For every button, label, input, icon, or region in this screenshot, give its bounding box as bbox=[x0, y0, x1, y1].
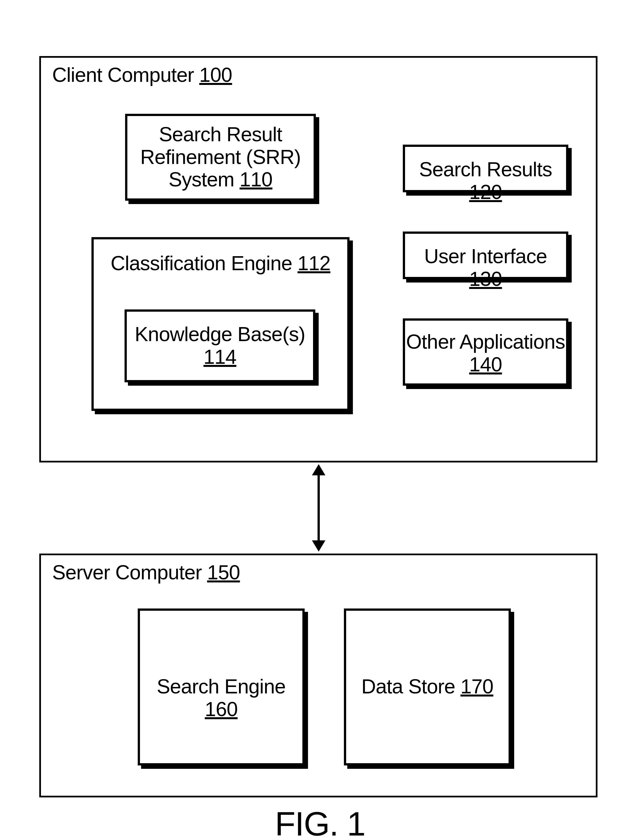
user-interface-label: User Interface 130 bbox=[405, 245, 566, 290]
kb-num: 114 bbox=[203, 346, 236, 368]
kb-line1: Knowledge Base(s) bbox=[135, 323, 305, 345]
search-engine-num: 160 bbox=[205, 698, 238, 720]
srr-label: Search Result Refinement (SRR) System 11… bbox=[127, 123, 314, 191]
server-title-num: 150 bbox=[207, 561, 240, 583]
arrow-head-down-icon bbox=[312, 540, 325, 552]
other-applications-label: Other Applications 140 bbox=[405, 330, 566, 376]
search-results-box: Search Results 120 bbox=[403, 145, 568, 192]
search-engine-box: Search Engine 160 bbox=[138, 609, 305, 766]
srr-line3-text: System bbox=[168, 168, 234, 190]
client-computer-title: Client Computer 100 bbox=[52, 63, 232, 86]
ui-num: 130 bbox=[469, 268, 502, 290]
ui-text: User Interface bbox=[424, 245, 547, 267]
knowledge-base-box: Knowledge Base(s) 114 bbox=[124, 309, 315, 382]
data-store-text: Data Store bbox=[361, 675, 455, 697]
server-computer-container: Server Computer 150 Search Engine 160 Da… bbox=[39, 553, 598, 797]
srr-line3-num: 110 bbox=[240, 168, 272, 190]
data-store-label: Data Store 170 bbox=[346, 675, 509, 698]
server-computer-title: Server Computer 150 bbox=[52, 561, 240, 584]
classification-engine-box: Classification Engine 112 Knowledge Base… bbox=[91, 237, 350, 411]
other-apps-num: 140 bbox=[469, 353, 502, 376]
other-apps-line1: Other Applications bbox=[406, 330, 565, 353]
classification-engine-label: Classification Engine 112 bbox=[94, 252, 347, 275]
arrow-shaft bbox=[318, 474, 320, 542]
srr-system-box: Search Result Refinement (SRR) System 11… bbox=[125, 114, 316, 201]
user-interface-box: User Interface 130 bbox=[403, 231, 568, 279]
client-title-text: Client Computer bbox=[52, 63, 194, 86]
srr-line2: Refinement (SRR) bbox=[140, 146, 301, 168]
arrow-head-up-icon bbox=[312, 464, 325, 475]
clseng-text: Classification Engine bbox=[111, 252, 292, 274]
figure-caption: FIG. 1 bbox=[275, 804, 365, 840]
knowledge-base-label: Knowledge Base(s) 114 bbox=[127, 323, 313, 368]
other-applications-box: Other Applications 140 bbox=[403, 319, 568, 386]
data-store-box: Data Store 170 bbox=[344, 609, 511, 766]
srr-line1: Search Result bbox=[159, 123, 282, 146]
search-results-text: Search Results bbox=[419, 158, 552, 181]
client-title-num: 100 bbox=[199, 63, 232, 86]
clseng-num: 112 bbox=[297, 252, 331, 274]
client-computer-container: Client Computer 100 Search Result Refine… bbox=[39, 56, 598, 463]
search-results-label: Search Results 120 bbox=[405, 158, 566, 203]
search-engine-label: Search Engine 160 bbox=[140, 675, 302, 720]
search-results-num: 120 bbox=[469, 181, 502, 203]
server-title-text: Server Computer bbox=[52, 561, 202, 583]
search-engine-text: Search Engine bbox=[157, 675, 286, 697]
diagram-page: Client Computer 100 Search Result Refine… bbox=[0, 0, 639, 840]
data-store-num: 170 bbox=[461, 675, 493, 697]
